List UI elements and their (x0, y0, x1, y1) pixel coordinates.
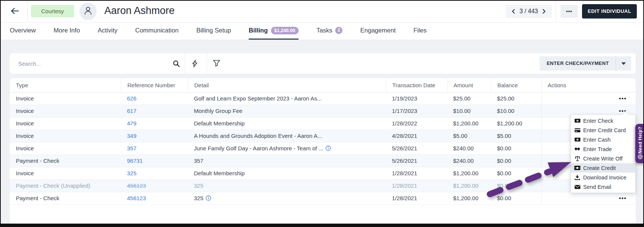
app-window: Courtesy Aaron Ashmore 3 / 443 ••• EDIT … (0, 0, 644, 227)
cell-type: Invoice (10, 142, 121, 154)
credit-card-icon (574, 128, 581, 133)
detail-text: 325 (194, 182, 203, 189)
header-divider (556, 1, 556, 22)
table-row: Invoice617Monthly Group Fee1/17/2023$10.… (10, 105, 636, 117)
detail-text: Default Membership (194, 120, 245, 127)
cell-balance: $25.00 (491, 93, 541, 105)
cell-reference-number: 357 (121, 142, 188, 154)
cell-amount: $240.00 (447, 155, 491, 167)
reference-link[interactable]: 479 (127, 120, 136, 127)
menu-item-label: Enter Cash (583, 137, 611, 143)
cell-reference-number: 325 (121, 167, 188, 179)
cell-reference-number: 456123 (121, 192, 188, 204)
menu-item-enter-cash[interactable]: Enter Cash (571, 135, 635, 144)
edit-individual-button[interactable]: EDIT INDIVIDUAL (582, 4, 637, 19)
menu-item-create-credit[interactable]: Create Credit (571, 163, 635, 173)
lightning-bolt-icon[interactable] (191, 60, 198, 69)
row-actions-button[interactable]: ••• (619, 95, 627, 102)
reference-link[interactable]: 325 (127, 170, 136, 176)
menu-item-label: Download Invoice (583, 174, 626, 181)
cell-transaction-date: 1/28/2022 (386, 117, 447, 130)
chevron-right-icon[interactable] (541, 9, 546, 14)
tab-more-info[interactable]: More Info (54, 22, 80, 40)
tab-files[interactable]: Files (413, 22, 427, 40)
cell-reference-number: 479 (121, 117, 188, 130)
menu-item-create-write-off[interactable]: Create Write Off (571, 154, 635, 163)
table-row: Payment - Check4561233251/28/2021$1,200.… (10, 192, 636, 205)
table-row: Invoice479Default Membership1/28/2022$1,… (10, 117, 636, 130)
tab-overview[interactable]: Overview (10, 22, 36, 40)
tab-billing[interactable]: Billing$1,240.00 (249, 22, 299, 40)
detail-text: June Family Golf Day - Aaron Ashmore - T… (194, 145, 323, 151)
column-header-reference-number: Reference Number (121, 78, 188, 92)
more-options-button[interactable]: ••• (560, 5, 578, 18)
table-header-row: TypeReference NumberDetailTransaction Da… (10, 78, 636, 93)
envelope-icon (574, 185, 581, 189)
dropdown-arrow[interactable] (616, 56, 631, 71)
cell-balance: $5.00 (491, 130, 541, 142)
status-badge: Courtesy (31, 5, 74, 17)
tab-label: Overview (10, 27, 36, 34)
header-divider (27, 1, 28, 22)
tab-engagement[interactable]: Engagement (360, 22, 396, 40)
tab-label: Files (413, 27, 427, 34)
cell-transaction-date: 1/28/2021 (386, 167, 447, 179)
menu-item-label: Enter Trade (583, 146, 612, 152)
column-header-transaction-date: Transaction Date (386, 78, 447, 92)
tab-communication[interactable]: Communication (135, 22, 179, 40)
back-arrow-icon[interactable] (10, 7, 21, 17)
tab-label: Tasks (316, 27, 332, 34)
cell-amount: $5.00 (447, 130, 491, 142)
info-icon[interactable] (325, 143, 331, 154)
cell-transaction-date: 1/28/2021 (386, 180, 447, 192)
menu-item-label: Create Write Off (583, 156, 622, 162)
record-count: 3 / 443 (520, 8, 538, 15)
cell-detail: Monthly Group Fee (188, 105, 386, 117)
transactions-table: TypeReference NumberDetailTransaction Da… (10, 78, 636, 224)
menu-item-label: Send Email (583, 184, 611, 190)
filter-funnel-icon[interactable] (213, 60, 220, 68)
tab-badge: $1,240.00 (271, 27, 299, 34)
tab-billing-setup[interactable]: Billing Setup (196, 22, 231, 40)
tab-activity[interactable]: Activity (98, 22, 117, 40)
cell-balance: $0.00 (491, 142, 541, 154)
reference-link[interactable]: 357 (127, 145, 136, 151)
cell-type: Invoice (10, 167, 121, 179)
need-help-tab[interactable]: Need Help? (635, 124, 644, 163)
reference-link[interactable]: 349 (127, 133, 136, 139)
table-row: Invoice349A Hounds and Grounds Adoption … (10, 130, 636, 142)
menu-item-enter-trade[interactable]: Enter Trade (571, 144, 635, 154)
cell-reference-number: 626 (121, 93, 188, 105)
reference-link[interactable]: 98731 (127, 158, 143, 164)
menu-item-download-invoice[interactable]: Download Invoice (571, 173, 635, 182)
tab-label: Activity (98, 27, 117, 34)
record-pagination: 3 / 443 (506, 5, 552, 18)
chevron-left-icon[interactable] (511, 9, 516, 14)
reference-link[interactable]: 456123 (127, 195, 146, 201)
reference-link[interactable]: 617 (127, 108, 136, 114)
cell-type: Invoice (10, 130, 121, 142)
cell-transaction-date: 4/28/2021 (386, 130, 447, 142)
toolbar-divider (185, 53, 185, 74)
handshake-icon (574, 147, 581, 151)
cell-amount: $1,200.00 (447, 117, 491, 130)
reference-link[interactable]: 626 (127, 95, 136, 102)
enter-check-payment-button[interactable]: ENTER CHECK/PAYMENT (540, 56, 631, 71)
menu-item-enter-credit-card[interactable]: Enter Credit Card (571, 125, 635, 135)
search-input[interactable] (10, 53, 172, 74)
search-icon[interactable] (172, 60, 180, 69)
tab-label: Engagement (360, 27, 396, 34)
cell-transaction-date: 1/17/2023 (386, 105, 447, 117)
record-header: Courtesy Aaron Ashmore 3 / 443 ••• EDIT … (1, 1, 643, 23)
menu-item-label: Enter Credit Card (583, 127, 626, 133)
tab-tasks[interactable]: Tasks2 (316, 22, 342, 40)
column-header-balance: Balance (491, 78, 541, 92)
info-icon[interactable] (206, 193, 211, 204)
detail-text: Default Membership (194, 170, 245, 176)
caret-down-icon (621, 62, 626, 65)
row-actions-button[interactable]: ••• (619, 195, 627, 201)
table-row: Payment - Check987313575/26/2021$240.00$… (10, 155, 636, 167)
reference-link[interactable]: 456123 (127, 182, 146, 189)
table-row: Invoice357June Family Golf Day - Aaron A… (10, 142, 636, 155)
menu-item-send-email[interactable]: Send Email (571, 182, 635, 191)
